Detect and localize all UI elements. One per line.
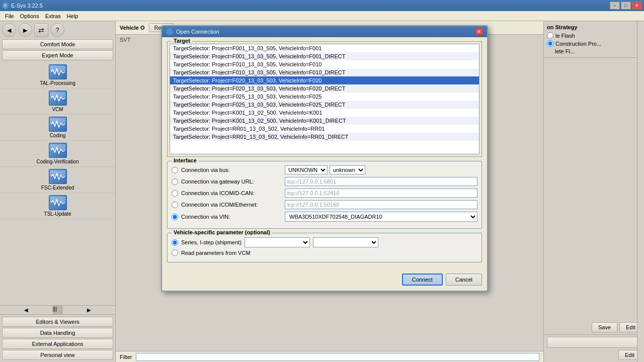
connection-icom-ethernet-row: Connection via ICOM/Ethernet:	[172, 200, 477, 209]
dialog-body: Target TargetSelector: Project=F001_13_0…	[162, 37, 487, 270]
target-row-5[interactable]: TargetSelector: Project=F020_13_03_503, …	[170, 84, 479, 93]
target-list[interactable]: TargetSelector: Project=F001_13_03_505, …	[170, 44, 479, 154]
bus-select-1[interactable]: UNKNOWN	[285, 165, 328, 174]
connection-gateway-row: Connection via gateway URL:	[172, 177, 477, 186]
vehicle-series-radio[interactable]	[172, 239, 178, 246]
target-row-3[interactable]: TargetSelector: Project=F010_13_03_505, …	[170, 68, 479, 76]
connection-gateway-radio[interactable]	[172, 178, 178, 185]
connect-btn[interactable]: Connect	[402, 274, 443, 286]
connection-bus-label: Connection via bus:	[181, 167, 282, 173]
target-row-9[interactable]: TargetSelector: Project=K001_13_02_500, …	[170, 117, 479, 125]
connection-bus-row: Connection via bus: UNKNOWN unknown	[172, 165, 477, 174]
target-section: Target TargetSelector: Project=F001_13_0…	[167, 41, 482, 157]
target-row-11[interactable]: TargetSelector: Project=RR01_13_03_502, …	[170, 133, 479, 141]
target-row-1[interactable]: TargetSelector: Project=F001_13_03_505, …	[170, 52, 479, 60]
connection-gateway-label: Connection via gateway URL:	[181, 178, 282, 185]
vehicle-series-row: Series, I-step (shipment)	[172, 237, 477, 247]
target-row-7[interactable]: TargetSelector: Project=F025_13_03_503, …	[170, 101, 479, 109]
target-row-4[interactable]: TargetSelector: Project=F020_13_03_503, …	[170, 76, 479, 84]
vehicle-vcm-label: Read parameters from VCM	[181, 250, 251, 256]
connection-icom-ethernet-label: Connection via ICOM/Ethernet:	[181, 202, 282, 208]
vehicle-vcm-row: Read parameters from VCM	[172, 249, 477, 256]
dialog-titlebar: Open Connection ✕	[162, 26, 487, 37]
interface-legend: Interface	[172, 157, 199, 163]
vehicle-vcm-radio[interactable]	[172, 249, 178, 256]
connection-icom-dcan-row: Connection via ICOM/D-CAN:	[172, 189, 477, 198]
icom-ethernet-input[interactable]	[285, 200, 477, 209]
connection-vin-label: Connection via VIN:	[181, 214, 282, 220]
connection-icom-dcan-label: Connection via ICOM/D-CAN:	[181, 190, 282, 196]
connection-vin-radio[interactable]	[172, 214, 178, 220]
connection-icom-dcan-radio[interactable]	[172, 190, 178, 197]
target-row-0[interactable]: TargetSelector: Project=F001_13_03_505, …	[170, 44, 479, 52]
open-connection-dialog: Open Connection ✕ Target TargetSelector:…	[161, 25, 488, 292]
bus-select-2[interactable]: unknown	[330, 165, 365, 174]
vehicle-series-label: Series, I-step (shipment)	[181, 239, 242, 245]
target-legend: Target	[172, 38, 192, 44]
dialog-close-btn[interactable]: ✕	[475, 28, 483, 35]
vehicle-legend: Vehicle-specific parameter (optional)	[172, 229, 272, 235]
connection-icom-ethernet-radio[interactable]	[172, 202, 178, 208]
target-row-10[interactable]: TargetSelector: Project=RR01_13_03_502, …	[170, 125, 479, 133]
interface-section: Interface Connection via bus: UNKNOWN un…	[167, 161, 482, 229]
target-row-6[interactable]: TargetSelector: Project=F025_13_03_503, …	[170, 93, 479, 101]
vin-select[interactable]: WBA3D510XDF702548_DIAGADR10	[285, 212, 477, 222]
dialog-footer: Connect Cancel	[162, 270, 487, 291]
connection-vin-row: Connection via VIN: WBA3D510XDF702548_DI…	[172, 212, 477, 222]
dialog-overlay: Open Connection ✕ Target TargetSelector:…	[0, 0, 644, 362]
dialog-titlebar-left: Open Connection	[166, 28, 219, 35]
gateway-url-input[interactable]	[285, 177, 477, 186]
target-row-2[interactable]: TargetSelector: Project=F010_13_03_505, …	[170, 60, 479, 68]
icom-dcan-input[interactable]	[285, 189, 477, 198]
vehicle-section: Vehicle-specific parameter (optional) Se…	[167, 233, 482, 262]
vehicle-select-2[interactable]	[313, 237, 378, 247]
cancel-btn[interactable]: Cancel	[446, 274, 482, 286]
dialog-title-icon	[166, 28, 173, 35]
connection-bus-radio[interactable]	[172, 167, 178, 173]
vehicle-select-1[interactable]	[245, 237, 310, 247]
target-row-8[interactable]: TargetSelector: Project=K001_13_02_500, …	[170, 109, 479, 117]
dialog-title: Open Connection	[176, 29, 219, 35]
bus-dropdown: UNKNOWN unknown	[285, 165, 477, 174]
